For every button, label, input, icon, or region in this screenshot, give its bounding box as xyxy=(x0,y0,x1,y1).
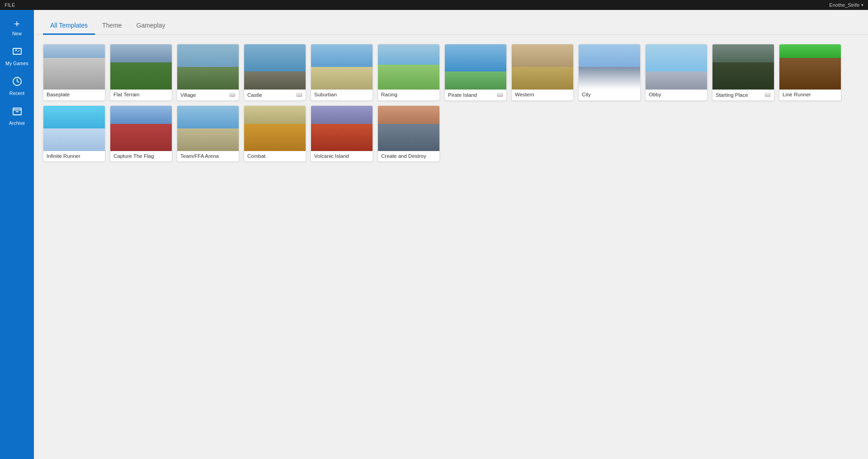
template-card-team-ffa[interactable]: Team/FFA Arena xyxy=(177,105,239,162)
template-thumb-flat-terrain xyxy=(110,44,172,90)
template-label-starting-place: Starting Place xyxy=(716,92,748,98)
svg-rect-0 xyxy=(13,48,21,54)
template-label-combat: Combat xyxy=(247,153,265,159)
template-card-racing[interactable]: Racing xyxy=(377,44,440,101)
template-label-city: City xyxy=(582,92,591,97)
svg-point-3 xyxy=(19,50,19,51)
template-label-create-destroy: Create and Destroy xyxy=(381,153,426,159)
template-label-line-runner: Line Runner xyxy=(783,92,811,97)
template-card-village[interactable]: Village📖 xyxy=(177,44,239,101)
template-thumb-team-ffa xyxy=(177,106,239,151)
template-thumb-starting-place xyxy=(712,44,774,90)
template-thumb-pirate-island xyxy=(445,44,506,90)
template-thumb-racing xyxy=(378,44,439,90)
content-area: All Templates Theme Gameplay BaseplateFl… xyxy=(34,10,868,459)
template-thumb-infinite-runner xyxy=(43,106,105,151)
book-icon: 📖 xyxy=(296,92,302,98)
template-card-castle[interactable]: Castle📖 xyxy=(244,44,306,101)
template-card-create-destroy[interactable]: Create and Destroy xyxy=(377,105,440,162)
top-bar: FILE Enothe_Strife ▾ xyxy=(0,0,868,10)
plus-icon: + xyxy=(14,19,20,29)
template-card-combat[interactable]: Combat xyxy=(244,105,306,162)
sidebar-mygames-label: My Games xyxy=(5,61,28,66)
template-label-pirate-island: Pirate Island xyxy=(448,92,477,98)
sidebar: + New My Games Rece xyxy=(0,10,34,459)
sidebar-archive-label: Archive xyxy=(9,120,25,126)
main-layout: + New My Games Rece xyxy=(0,10,868,459)
template-label-western: Western xyxy=(515,92,534,97)
book-icon: 📖 xyxy=(497,92,503,98)
template-thumb-create-destroy xyxy=(378,106,439,151)
book-icon: 📖 xyxy=(229,92,236,98)
template-label-village: Village xyxy=(180,92,196,98)
svg-rect-7 xyxy=(13,110,21,115)
template-card-flat-terrain[interactable]: Flat Terrain xyxy=(110,44,172,101)
template-thumb-castle xyxy=(244,44,306,90)
sidebar-item-archive[interactable]: Archive xyxy=(0,100,34,130)
templates-grid: BaseplateFlat TerrainVillage📖Castle📖Subu… xyxy=(43,44,859,162)
archive-icon xyxy=(12,106,23,118)
template-thumb-line-runner xyxy=(779,44,841,90)
template-label-castle: Castle xyxy=(247,92,262,98)
tab-theme[interactable]: Theme xyxy=(95,17,129,35)
template-label-volcanic-island: Volcanic Island xyxy=(314,153,349,159)
template-label-team-ffa: Team/FFA Arena xyxy=(180,153,219,159)
book-icon: 📖 xyxy=(764,92,771,98)
template-label-flat-terrain: Flat Terrain xyxy=(113,92,139,97)
template-thumb-capture-flag xyxy=(110,106,172,151)
tab-all-templates[interactable]: All Templates xyxy=(43,17,95,35)
template-card-western[interactable]: Western xyxy=(511,44,574,101)
template-card-volcanic-island[interactable]: Volcanic Island xyxy=(311,105,373,162)
sidebar-item-mygames[interactable]: My Games xyxy=(0,41,34,71)
svg-rect-2 xyxy=(16,49,17,51)
tabs-bar: All Templates Theme Gameplay xyxy=(34,10,868,35)
template-thumb-combat xyxy=(244,106,306,151)
recent-icon xyxy=(12,76,23,89)
template-card-city[interactable]: City xyxy=(578,44,641,101)
template-label-baseplate: Baseplate xyxy=(47,92,70,97)
template-thumb-village xyxy=(177,44,239,90)
templates-area: BaseplateFlat TerrainVillage📖Castle📖Subu… xyxy=(34,35,868,459)
template-card-pirate-island[interactable]: Pirate Island📖 xyxy=(444,44,507,101)
template-label-capture-flag: Capture The Flag xyxy=(113,153,154,159)
template-card-infinite-runner[interactable]: Infinite Runner xyxy=(43,105,105,162)
tab-gameplay[interactable]: Gameplay xyxy=(129,17,173,35)
sidebar-recent-label: Recent xyxy=(9,90,24,96)
template-label-suburban: Suburban xyxy=(314,92,337,97)
sidebar-item-new[interactable]: + New xyxy=(0,14,34,41)
username-label: Enothe_Strife xyxy=(829,2,859,8)
template-label-obby: Obby xyxy=(649,92,661,97)
template-card-suburban[interactable]: Suburban xyxy=(311,44,373,101)
mygames-icon xyxy=(12,46,23,59)
template-thumb-obby xyxy=(646,44,707,90)
template-card-line-runner[interactable]: Line Runner xyxy=(779,44,841,101)
template-card-starting-place[interactable]: Starting Place📖 xyxy=(712,44,774,101)
template-card-capture-flag[interactable]: Capture The Flag xyxy=(110,105,172,162)
template-thumb-western xyxy=(512,44,573,90)
template-card-obby[interactable]: Obby xyxy=(645,44,708,101)
user-chevron-icon: ▾ xyxy=(861,3,863,7)
template-label-racing: Racing xyxy=(381,92,397,97)
sidebar-item-recent[interactable]: Recent xyxy=(0,71,34,100)
user-menu[interactable]: Enothe_Strife ▾ xyxy=(829,2,863,8)
file-menu[interactable]: FILE xyxy=(5,2,15,8)
template-label-infinite-runner: Infinite Runner xyxy=(47,153,80,159)
template-thumb-city xyxy=(579,44,640,90)
template-card-baseplate[interactable]: Baseplate xyxy=(43,44,105,101)
template-thumb-baseplate xyxy=(43,44,105,90)
template-thumb-volcanic-island xyxy=(311,106,373,151)
svg-point-4 xyxy=(18,51,19,52)
template-thumb-suburban xyxy=(311,44,373,90)
sidebar-new-label: New xyxy=(12,31,22,36)
